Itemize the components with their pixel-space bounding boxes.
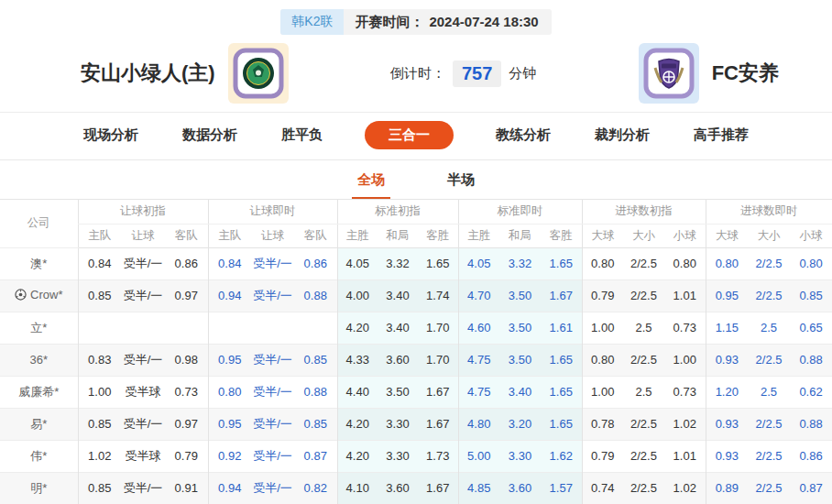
- odds-cell-goal_live-1[interactable]: 0.95: [706, 279, 748, 312]
- odds-cell-goal_live-3[interactable]: 0.80: [790, 247, 832, 279]
- odds-cell-std_live-2[interactable]: 3.50: [499, 312, 541, 344]
- odds-cell-hc_live-1[interactable]: 0.94: [208, 472, 251, 504]
- odds-cell-goal_live-3[interactable]: 0.87: [790, 472, 832, 504]
- odds-cell-hc_live-3[interactable]: 0.88: [294, 279, 337, 312]
- odds-cell-goal_live-2[interactable]: 2/2.5: [748, 344, 790, 376]
- odds-cell-std_init-3: 1.70: [418, 312, 458, 344]
- odds-cell-std_live-1[interactable]: 4.05: [458, 247, 499, 279]
- company-name[interactable]: 易*: [0, 408, 78, 440]
- kickoff-label: 开赛时间：: [355, 14, 423, 29]
- odds-cell-std_live-3[interactable]: 1.65: [541, 344, 582, 376]
- odds-cell-hc_live-3[interactable]: 0.86: [294, 247, 337, 279]
- odds-cell-hc_live-3[interactable]: 0.88: [294, 376, 337, 408]
- odds-cell-std_live-2[interactable]: 3.40: [499, 376, 541, 408]
- odds-cell-goal_live-3[interactable]: 0.86: [790, 440, 832, 472]
- odds-cell-hc_live-1[interactable]: 0.84: [208, 247, 251, 279]
- sub-tab-2[interactable]: 半场: [442, 171, 480, 199]
- odds-cell-goal_live-2[interactable]: 2/2.5: [748, 408, 790, 440]
- odds-cell-hc_live-1[interactable]: 0.92: [208, 440, 251, 472]
- odds-cell-std_live-1[interactable]: 4.75: [458, 344, 499, 376]
- company-name[interactable]: 澳*: [0, 247, 78, 279]
- odds-cell-goal_live-1[interactable]: 1.15: [706, 312, 748, 344]
- odds-cell-hc_live-3[interactable]: 0.85: [294, 408, 337, 440]
- company-name[interactable]: 伟*: [0, 440, 78, 472]
- nav-tab-6[interactable]: 裁判分析: [593, 122, 651, 148]
- odds-cell-hc_live-1[interactable]: 0.95: [208, 408, 251, 440]
- odds-cell-hc_live-2[interactable]: 受半/一: [251, 440, 294, 472]
- odds-cell-std_live-1[interactable]: 4.80: [458, 408, 499, 440]
- odds-cell-std_live-1[interactable]: 5.00: [458, 440, 499, 472]
- odds-cell-std_live-3[interactable]: 1.57: [541, 472, 582, 504]
- odds-cell-goal_live-3[interactable]: 0.88: [790, 408, 832, 440]
- nav-tab-7[interactable]: 高手推荐: [692, 122, 750, 148]
- odds-cell-std_live-2[interactable]: 3.50: [499, 279, 541, 312]
- odds-cell-goal_live-2[interactable]: 2/2.5: [748, 247, 790, 279]
- odds-cell-goal_live-1[interactable]: 0.89: [706, 472, 748, 504]
- odds-cell-goal_live-1[interactable]: 1.20: [706, 376, 748, 408]
- odds-cell-hc_live-2[interactable]: 受半/一: [251, 279, 294, 312]
- odds-cell-goal_live-1[interactable]: 0.93: [706, 408, 748, 440]
- odds-cell-std_live-2[interactable]: 3.60: [499, 472, 541, 504]
- odds-cell-hc_live-2[interactable]: 受半/一: [251, 376, 294, 408]
- odds-cell-hc_live-1[interactable]: 0.80: [208, 376, 251, 408]
- odds-cell-hc_live-3[interactable]: 0.85: [294, 344, 337, 376]
- odds-cell-goal_live-2[interactable]: 2.5: [748, 376, 790, 408]
- odds-cell-hc_live-3[interactable]: 0.87: [294, 440, 337, 472]
- odds-cell-hc_live-1[interactable]: 0.95: [208, 344, 251, 376]
- company-label: Crow*: [30, 288, 62, 301]
- nav-tab-4-active[interactable]: 三合一: [365, 121, 454, 149]
- company-name[interactable]: 明*: [0, 472, 78, 504]
- odds-cell-std_live-1[interactable]: 4.75: [458, 376, 499, 408]
- odds-cell-hc_live-3[interactable]: 0.82: [294, 472, 337, 504]
- odds-cell-std_live-2[interactable]: 3.50: [499, 344, 541, 376]
- nav-tab-2[interactable]: 数据分析: [181, 122, 239, 148]
- company-name[interactable]: Crow*: [0, 279, 78, 312]
- home-team: 安山小绿人(主): [81, 43, 289, 104]
- odds-cell-hc_live-1[interactable]: 0.94: [208, 279, 251, 312]
- odds-cell-goal_live-1[interactable]: 0.93: [706, 440, 748, 472]
- odds-cell-goal_init-3: 1.01: [664, 440, 706, 472]
- odds-cell-goal_live-3[interactable]: 0.88: [790, 344, 832, 376]
- odds-cell-std_live-1[interactable]: 4.60: [458, 312, 499, 344]
- odds-cell-goal_live-3[interactable]: 0.65: [790, 312, 832, 344]
- odds-cell-hc_live-2[interactable]: 受半/一: [251, 344, 294, 376]
- odds-cell-goal_live-2[interactable]: 2/2.5: [748, 472, 790, 504]
- odds-cell-std_live-3[interactable]: 1.65: [541, 408, 582, 440]
- nav-tab-5[interactable]: 教练分析: [494, 122, 553, 148]
- odds-cell-hc_live-2[interactable]: 受半/一: [251, 247, 294, 279]
- company-name[interactable]: 36*: [0, 344, 78, 376]
- odds-cell-std_live-3[interactable]: 1.62: [541, 440, 582, 472]
- odds-cell-std_live-3[interactable]: 1.65: [541, 376, 582, 408]
- match-odds-page: 韩K2联 开赛时间：2024-07-24 18:30 安山小绿人(主) 倒计时：…: [0, 9, 832, 504]
- nav-tab-1[interactable]: 现场分析: [82, 122, 140, 148]
- odds-row-6: 易*0.85受半/一0.970.95受半/一0.854.203.301.674.…: [0, 408, 832, 440]
- odds-cell-goal_live-2[interactable]: 2/2.5: [748, 279, 790, 312]
- odds-cell-goal_live-1[interactable]: 0.93: [706, 344, 748, 376]
- odds-cell-hc_live-2[interactable]: 受半/一: [251, 408, 294, 440]
- odds-cell-goal_live-2[interactable]: 2/2.5: [748, 440, 790, 472]
- odds-cell-std_live-3[interactable]: 1.67: [541, 279, 582, 312]
- odds-cell-goal_live-2[interactable]: 2.5: [748, 312, 790, 344]
- sub-tab-1-active[interactable]: 全场: [352, 171, 390, 199]
- odds-cell-goal_live-3[interactable]: 0.62: [790, 376, 832, 408]
- odds-cell-hc_live-2[interactable]: 受半/一: [251, 472, 294, 504]
- column-header-company: 公司: [0, 200, 78, 247]
- odds-cell-goal_live-3[interactable]: 0.85: [790, 279, 832, 312]
- odds-cell-goal_init-3: 0.73: [664, 376, 706, 408]
- odds-cell-std_live-1[interactable]: 4.85: [458, 472, 499, 504]
- company-name[interactable]: 立*: [0, 312, 78, 344]
- odds-cell-std_live-3[interactable]: 1.61: [541, 312, 582, 344]
- odds-cell-goal_live-1[interactable]: 0.80: [706, 247, 748, 279]
- company-name[interactable]: 威廉希*: [0, 376, 78, 408]
- odds-cell-std_live-2[interactable]: 3.20: [499, 408, 541, 440]
- odds-cell-std_live-2[interactable]: 3.32: [499, 247, 541, 279]
- odds-cell-hc_live-3: [294, 312, 337, 344]
- nav-tab-3[interactable]: 胜平负: [279, 122, 324, 148]
- odds-cell-goal_init-2: 2/2.5: [623, 279, 664, 312]
- odds-cell-std_live-1[interactable]: 4.70: [458, 279, 499, 312]
- away-team-name: FC安养: [712, 60, 779, 87]
- countdown-label: 倒计时：: [390, 65, 445, 82]
- league-badge[interactable]: 韩K2联: [280, 9, 344, 35]
- odds-cell-std_live-2[interactable]: 3.30: [499, 440, 541, 472]
- odds-cell-std_live-3[interactable]: 1.65: [541, 247, 582, 279]
